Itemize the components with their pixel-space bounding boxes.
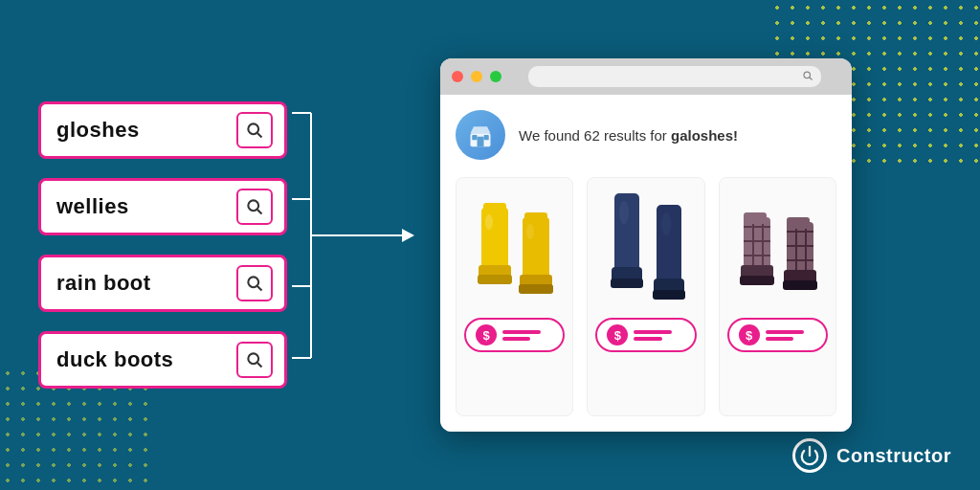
browser-titlebar: [440, 58, 852, 95]
svg-point-4: [248, 277, 258, 287]
products-grid: $: [456, 177, 836, 416]
dollar-icon-navy: $: [607, 324, 628, 345]
svg-marker-14: [402, 229, 414, 242]
svg-point-15: [804, 72, 811, 78]
search-box-rain-boot[interactable]: rain boot: [38, 255, 287, 312]
svg-line-1: [257, 133, 262, 138]
result-text: We found 62 results for galoshes!: [519, 127, 738, 144]
result-header: We found 62 results for galoshes!: [456, 110, 836, 160]
browser-dot-close[interactable]: [452, 71, 463, 82]
price-lines-yellow: [502, 330, 553, 341]
search-button-wellies[interactable]: [236, 189, 273, 225]
price-line-1: [634, 330, 672, 334]
product-card-navy[interactable]: $: [587, 177, 704, 416]
svg-rect-55: [783, 280, 817, 290]
price-tag-yellow: $: [464, 318, 565, 352]
svg-rect-47: [744, 212, 767, 224]
search-button-rain-boot[interactable]: [236, 265, 273, 301]
svg-point-38: [661, 212, 671, 235]
price-line-1: [766, 330, 804, 334]
dollar-icon-plaid: $: [739, 324, 760, 345]
price-line-2: [634, 337, 661, 341]
browser-dot-maximize[interactable]: [490, 71, 501, 82]
price-lines-plaid: [766, 330, 816, 341]
price-tag-plaid: $: [727, 318, 828, 352]
browser-search-icon: [802, 70, 813, 84]
svg-rect-21: [481, 208, 508, 275]
svg-rect-19: [472, 135, 477, 140]
browser-dot-minimize[interactable]: [471, 71, 482, 82]
svg-rect-24: [483, 203, 506, 214]
svg-rect-37: [653, 290, 685, 300]
search-term-wellies: wellies: [56, 194, 227, 219]
price-line-2: [766, 337, 793, 341]
price-line-2: [502, 337, 530, 341]
product-image-navy: [595, 186, 696, 310]
browser-window: We found 62 results for galoshes!: [440, 58, 852, 432]
svg-point-6: [248, 353, 258, 364]
search-box-duck-boots[interactable]: duck boots: [38, 331, 287, 389]
price-lines-navy: [634, 330, 684, 341]
product-image-plaid: [727, 186, 828, 310]
svg-point-0: [248, 123, 258, 134]
product-card-yellow[interactable]: $: [456, 177, 573, 416]
svg-line-7: [257, 363, 262, 368]
svg-point-30: [526, 224, 534, 239]
search-terms-list: gloshes wellies rain boot: [38, 101, 287, 389]
search-term-duck-boots: duck boots: [56, 347, 227, 372]
svg-rect-39: [744, 217, 770, 270]
svg-rect-23: [478, 275, 512, 284]
search-box-gloshes[interactable]: gloshes: [38, 101, 287, 159]
svg-line-16: [810, 77, 813, 79]
store-icon: [456, 110, 505, 160]
svg-point-34: [619, 201, 629, 224]
main-container: gloshes wellies rain boot: [0, 0, 980, 490]
svg-point-25: [485, 214, 493, 230]
svg-rect-46: [740, 276, 774, 285]
svg-rect-26: [523, 217, 549, 284]
search-button-gloshes[interactable]: [236, 112, 273, 148]
svg-rect-29: [524, 212, 547, 224]
product-image-yellow: [464, 186, 565, 310]
browser-address-bar[interactable]: [528, 66, 821, 87]
search-box-wellies[interactable]: wellies: [38, 178, 287, 235]
result-keyword: galoshes!: [671, 127, 738, 144]
svg-rect-56: [787, 217, 810, 229]
svg-rect-33: [611, 278, 643, 288]
price-line-1: [502, 330, 541, 334]
product-card-plaid[interactable]: $: [719, 177, 836, 416]
search-term-gloshes: gloshes: [56, 118, 227, 143]
svg-rect-48: [787, 222, 813, 275]
svg-rect-28: [519, 284, 553, 294]
svg-line-3: [257, 210, 262, 214]
price-tag-navy: $: [595, 318, 696, 352]
dollar-icon-yellow: $: [476, 324, 497, 345]
search-term-rain-boot: rain boot: [56, 271, 227, 296]
svg-line-5: [257, 286, 262, 291]
search-button-duck-boots[interactable]: [236, 342, 273, 378]
connector-lines: [292, 68, 416, 403]
svg-rect-20: [484, 135, 489, 140]
svg-rect-18: [478, 137, 484, 147]
svg-point-2: [248, 200, 258, 211]
browser-content: We found 62 results for galoshes!: [440, 95, 852, 432]
